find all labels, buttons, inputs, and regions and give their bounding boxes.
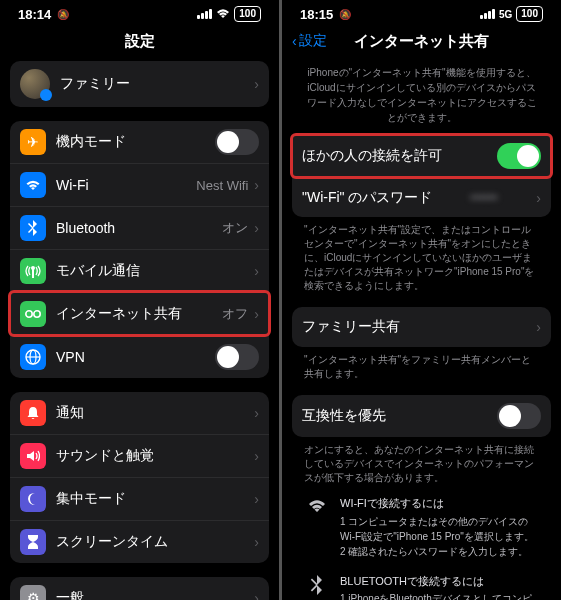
family-sharing-label: ファミリー共有 <box>302 318 536 336</box>
status-bar: 18:15 🔕 5G 100 <box>282 0 561 24</box>
vpn-label: VPN <box>56 349 215 365</box>
avatar-icon <box>20 69 50 99</box>
cellular-signal-icon <box>197 9 212 19</box>
focus-row[interactable]: 集中モード › <box>10 477 269 520</box>
wifi-info-title: WI-FIで接続するには <box>340 495 537 512</box>
svg-point-2 <box>26 311 32 317</box>
speaker-icon <box>20 443 46 469</box>
antenna-icon <box>20 258 46 284</box>
sounds-label: サウンドと触覚 <box>56 447 254 465</box>
bluetooth-instructions: BLUETOOTHで接続するには 1 iPhoneをBluetoothデバイスと… <box>292 563 551 601</box>
personal-hotspot-screen: 18:15 🔕 5G 100 ‹ 設定 インターネット共有 iPhoneの"イン… <box>282 0 561 600</box>
wifi-password-row[interactable]: "Wi-Fi" のパスワード •••••• › <box>292 177 551 217</box>
wifi-label: Wi-Fi <box>56 177 196 193</box>
wifi-row[interactable]: Wi-Fi Nest Wifi › <box>10 163 269 206</box>
status-time: 18:14 <box>18 7 51 22</box>
hotspot-icon <box>20 301 46 327</box>
chevron-right-icon: › <box>254 306 259 322</box>
page-title: ‹ 設定 インターネット共有 <box>282 24 561 61</box>
general-label: 一般 <box>56 589 254 600</box>
page-title: 設定 <box>0 24 279 61</box>
screentime-label: スクリーンタイム <box>56 533 254 551</box>
airplane-label: 機内モード <box>56 133 215 151</box>
general-row[interactable]: ⚙︎ 一般 › <box>10 577 269 600</box>
chevron-left-icon: ‹ <box>292 33 297 49</box>
screentime-row[interactable]: スクリーンタイム › <box>10 520 269 563</box>
bluetooth-icon <box>20 215 46 241</box>
chevron-right-icon: › <box>254 177 259 193</box>
compat-footer: オンにすると、あなたのインターネット共有に接続しているデバイスでインターネットの… <box>292 437 551 485</box>
compat-label: 互換性を優先 <box>302 407 497 425</box>
sounds-row[interactable]: サウンドと触覚 › <box>10 434 269 477</box>
allow-others-toggle[interactable] <box>497 143 541 169</box>
gear-icon: ⚙︎ <box>20 585 46 600</box>
allow-others-label: ほかの人の接続を許可 <box>302 147 497 165</box>
globe-icon <box>20 344 46 370</box>
dnd-icon: 🔕 <box>57 9 69 20</box>
notifications-label: 通知 <box>56 404 254 422</box>
bluetooth-row[interactable]: Bluetooth オン › <box>10 206 269 249</box>
wifi-info-step2: 2 確認されたらパスワードを入力します。 <box>340 544 537 559</box>
personal-hotspot-row[interactable]: インターネット共有 オフ › <box>10 292 269 335</box>
cellular-label: モバイル通信 <box>56 262 254 280</box>
bt-info-title: BLUETOOTHで接続するには <box>340 573 537 590</box>
back-label: 設定 <box>299 32 327 50</box>
status-bar: 18:14 🔕 100 <box>0 0 279 24</box>
cellular-signal-icon <box>480 9 495 19</box>
hotspot-label: インターネット共有 <box>56 305 222 323</box>
chevron-right-icon: › <box>254 220 259 236</box>
chevron-right-icon: › <box>254 263 259 279</box>
maximize-compatibility-row[interactable]: 互換性を優先 <box>292 395 551 437</box>
cellular-row[interactable]: モバイル通信 › <box>10 249 269 292</box>
battery-level: 100 <box>516 6 543 22</box>
airplane-mode-row[interactable]: ✈︎ 機内モード <box>10 121 269 163</box>
airplane-toggle[interactable] <box>215 129 259 155</box>
chevron-right-icon: › <box>254 491 259 507</box>
family-row[interactable]: ファミリー › <box>10 61 269 107</box>
bluetooth-label: Bluetooth <box>56 220 222 236</box>
bell-icon <box>20 400 46 426</box>
svg-rect-1 <box>32 269 34 278</box>
wifi-info-step1: 1 コンピュータまたはその他のデバイスのWi-Fi設定で"iPhone 15 P… <box>340 514 537 544</box>
settings-root-screen: 18:14 🔕 100 設定 ファミリー › ✈︎ 機内モード <box>0 0 279 600</box>
chevron-right-icon: › <box>254 405 259 421</box>
compat-toggle[interactable] <box>497 403 541 429</box>
password-footer: "インターネット共有"設定で、またはコントロールセンターで"インターネット共有"… <box>292 217 551 293</box>
chevron-right-icon: › <box>254 76 259 92</box>
settings-list: ファミリー › ✈︎ 機内モード Wi-Fi Nest Wifi › Bluet… <box>0 61 279 600</box>
network-type: 5G <box>499 9 512 20</box>
hotspot-value: オフ <box>222 305 248 323</box>
back-button[interactable]: ‹ 設定 <box>292 32 327 50</box>
bt-info-step1: 1 iPhoneをBluetoothデバイスとしてコンピュータにペアリングします… <box>340 591 537 600</box>
svg-point-3 <box>34 311 40 317</box>
battery-level: 100 <box>234 6 261 22</box>
airplane-icon: ✈︎ <box>20 129 46 155</box>
header-title-text: インターネット共有 <box>354 32 489 49</box>
wifi-icon <box>216 8 230 21</box>
wifi-instructions: WI-FIで接続するには 1 コンピュータまたはその他のデバイスのWi-Fi設定… <box>292 485 551 563</box>
vpn-toggle[interactable] <box>215 344 259 370</box>
wifi-icon <box>306 497 328 559</box>
bluetooth-icon <box>306 575 328 601</box>
dnd-icon: 🔕 <box>339 9 351 20</box>
chevron-right-icon: › <box>254 448 259 464</box>
bluetooth-value: オン <box>222 219 248 237</box>
family-footer: "インターネット共有"をファミリー共有メンバーと共有します。 <box>292 347 551 381</box>
chevron-right-icon: › <box>254 590 259 600</box>
chevron-right-icon: › <box>254 534 259 550</box>
status-time: 18:15 <box>300 7 333 22</box>
notifications-row[interactable]: 通知 › <box>10 392 269 434</box>
family-sharing-row[interactable]: ファミリー共有 › <box>292 307 551 347</box>
chevron-right-icon: › <box>536 319 541 335</box>
intro-text: iPhoneの"インターネット共有"機能を使用すると、iCloudにサインインし… <box>292 61 551 135</box>
wifi-icon <box>20 172 46 198</box>
vpn-row[interactable]: VPN <box>10 335 269 378</box>
wifi-password-value: •••••• <box>470 190 530 205</box>
wifi-password-label: "Wi-Fi" のパスワード <box>302 189 470 207</box>
family-label: ファミリー <box>60 75 254 93</box>
wifi-value: Nest Wifi <box>196 178 248 193</box>
focus-label: 集中モード <box>56 490 254 508</box>
hotspot-content: iPhoneの"インターネット共有"機能を使用すると、iCloudにサインインし… <box>282 61 561 600</box>
moon-icon <box>20 486 46 512</box>
allow-others-row[interactable]: ほかの人の接続を許可 <box>292 135 551 177</box>
